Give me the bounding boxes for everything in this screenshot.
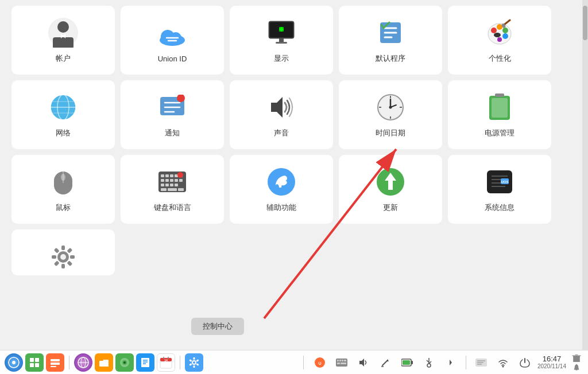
power-icon-area (483, 91, 516, 123)
grid-item-power[interactable]: 电源管理 (448, 80, 551, 149)
update-icon-area (374, 166, 407, 198)
taskbar-settings[interactable] (185, 353, 203, 372)
svg-rect-91 (61, 246, 65, 250)
taskbar-wifi-icon[interactable] (494, 353, 512, 372)
update-label: 更新 (383, 202, 398, 213)
svg-rect-96 (54, 260, 60, 266)
grid-item-datetime[interactable]: 时间日期 (339, 80, 442, 149)
grid-item-keyboard[interactable]: 键盘和语言 (121, 155, 224, 224)
svg-rect-98 (54, 248, 60, 254)
svg-rect-129 (194, 357, 195, 360)
svg-rect-67 (170, 179, 173, 182)
taskbar-music[interactable] (115, 353, 134, 372)
taskbar-calendar[interactable]: 14 (157, 353, 175, 372)
svg-text:UOS: UOS (501, 180, 508, 184)
svg-rect-76 (178, 188, 184, 191)
calendar-icon: 14 (160, 356, 172, 369)
browser-icon (78, 357, 89, 368)
taskbar-time-block[interactable]: 16:47 2020/11/14 (537, 354, 566, 371)
taskbar-lang-icon[interactable] (472, 353, 490, 372)
grid-item-accessibility[interactable]: 辅助功能 (230, 155, 333, 224)
account-icon (48, 18, 78, 48)
grid-row-3: 鼠标 (11, 155, 571, 224)
svg-rect-62 (170, 174, 173, 177)
svg-rect-54 (495, 94, 504, 97)
power-button-icon (520, 357, 530, 368)
grid-row-4 (11, 229, 571, 275)
scrollbar[interactable] (582, 0, 588, 350)
account-label: 帐户 (56, 53, 71, 64)
grid-item-sound[interactable]: 声音 (230, 80, 333, 149)
svg-point-5 (62, 35, 64, 37)
svg-point-1 (57, 21, 69, 33)
svg-rect-70 (161, 184, 164, 186)
sysinfo-icon: UOS (485, 167, 514, 197)
svg-rect-61 (165, 174, 169, 177)
svg-text:U: U (318, 361, 321, 365)
svg-rect-130 (196, 359, 199, 362)
keyboard-indicator-icon (336, 359, 347, 367)
svg-rect-71 (165, 184, 169, 186)
taskbar-trash-icon (571, 353, 582, 363)
svg-rect-74 (161, 188, 167, 191)
svg-rect-92 (67, 248, 72, 254)
svg-rect-114 (99, 361, 109, 367)
taskbar-multitask[interactable] (46, 353, 64, 372)
scrollbar-thumb[interactable] (583, 6, 587, 40)
grid-item-sysinfo[interactable]: UOS 系统信息 (448, 155, 551, 224)
taskbar-keyboard-indicator[interactable] (332, 353, 351, 372)
grid-item-default-apps[interactable]: 默认程序 (339, 6, 442, 75)
svg-rect-141 (344, 360, 346, 361)
datetime-icon (376, 92, 405, 122)
svg-point-29 (494, 33, 501, 37)
taskbar-notification-area[interactable] (570, 353, 583, 372)
svg-point-58 (61, 174, 65, 181)
grid-item-display[interactable]: 显示 (230, 6, 333, 75)
svg-text:14: 14 (164, 359, 168, 362)
grid-item-notification[interactable]: 通知 (121, 80, 224, 149)
accessibility-icon (266, 167, 296, 197)
svg-rect-150 (403, 360, 410, 365)
grid-item-network[interactable]: 网络 (11, 80, 115, 149)
taskbar-more-icon[interactable] (442, 353, 460, 372)
svg-rect-134 (189, 359, 192, 362)
taskbar-power-button-icon[interactable] (516, 353, 534, 372)
svg-rect-140 (342, 360, 343, 361)
svg-point-160 (502, 365, 504, 367)
taskbar-taskview[interactable] (25, 353, 44, 372)
more-icon (447, 359, 455, 367)
taskbar-docs[interactable] (136, 353, 154, 372)
taskbar-volume-icon[interactable] (354, 353, 373, 372)
taskbar-pen-icon[interactable] (376, 353, 394, 372)
grid-item-gear-partial[interactable] (11, 229, 115, 275)
svg-rect-131 (196, 363, 199, 366)
taskbar-battery-icon[interactable] (398, 353, 416, 372)
svg-rect-17 (279, 38, 284, 42)
grid-row-1: 帐户 Union ID (11, 6, 571, 75)
svg-point-90 (60, 254, 66, 260)
taskbar-uos-icon[interactable]: U (311, 353, 329, 372)
grid-item-personalize[interactable]: 个性化 (448, 6, 551, 75)
taskbar-launcher[interactable] (5, 353, 23, 372)
personalize-icon (485, 19, 514, 46)
grid-item-account[interactable]: 帐户 (11, 6, 115, 75)
svg-rect-109 (51, 366, 56, 367)
svg-rect-2 (53, 37, 74, 48)
taskbar-browser[interactable] (74, 353, 92, 372)
svg-rect-69 (179, 179, 183, 182)
svg-point-27 (502, 33, 508, 39)
svg-marker-44 (271, 97, 283, 118)
taskbar-usb-icon[interactable] (420, 353, 438, 372)
mouse-label: 鼠标 (56, 202, 71, 213)
svg-rect-108 (51, 363, 60, 365)
grid-item-update[interactable]: 更新 (339, 155, 442, 224)
grid-item-mouse[interactable]: 鼠标 (11, 155, 115, 224)
taskbar-files[interactable] (95, 353, 113, 372)
display-icon-area (265, 17, 297, 49)
svg-rect-97 (52, 255, 56, 259)
grid-item-union-id[interactable]: Union ID (121, 6, 224, 75)
sysinfo-icon-area: UOS (483, 166, 516, 198)
svg-point-25 (497, 24, 502, 30)
svg-rect-143 (341, 363, 346, 364)
svg-point-102 (12, 361, 16, 364)
